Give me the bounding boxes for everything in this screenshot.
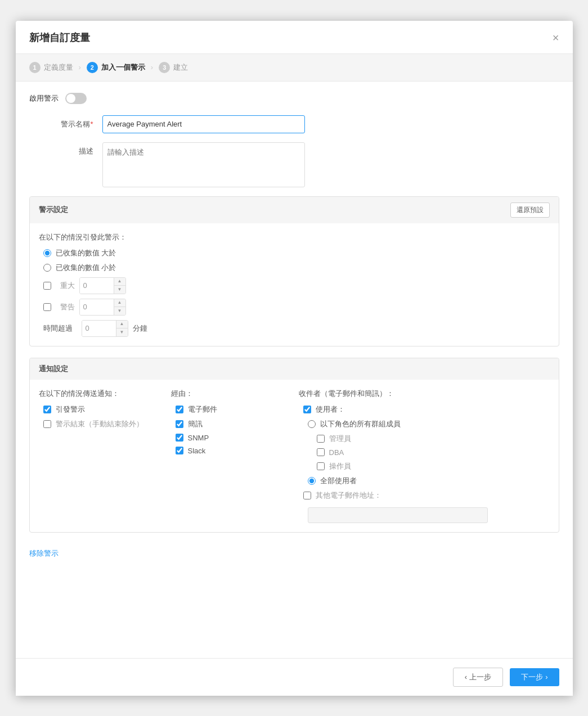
sms-checkbox[interactable] — [176, 420, 183, 428]
next-button[interactable]: 下一步 › — [510, 668, 559, 686]
description-input[interactable] — [102, 142, 305, 187]
modal-footer: ‹ 上一步 下一步 › — [16, 658, 573, 696]
enable-label: 啟用警示 — [29, 93, 59, 103]
step1-label: 定義度量 — [44, 62, 73, 73]
critical-up-btn[interactable]: ▲ — [114, 278, 125, 286]
alert-name-row: 警示名稱* — [29, 115, 559, 133]
radio-lt-label: 已收集的數值 小於 — [56, 263, 116, 273]
other-email-row: 其他電子郵件地址： — [303, 490, 545, 501]
enable-toggle[interactable] — [65, 93, 87, 104]
email-checkbox[interactable] — [176, 406, 183, 413]
trigger-label: 在以下的情況引發此警示： — [39, 232, 550, 242]
description-row: 描述 — [29, 142, 559, 187]
breadcrumb-arrow2: › — [151, 63, 153, 71]
users-checkbox[interactable] — [303, 406, 311, 413]
other-email-checkbox[interactable] — [303, 492, 311, 499]
users-row: 使用者： — [303, 404, 545, 415]
critical-label: 重大 — [60, 281, 75, 291]
description-label: 描述 — [29, 142, 102, 156]
role-members-row: 以下角色的所有群組成員 — [308, 419, 545, 429]
alert-settings-section: 警示設定 還原預設 在以下的情況引發此警示： 已收集的數值 大於 已收集的數值 … — [29, 196, 559, 346]
time-label: 時間超過 — [43, 323, 73, 334]
other-email-input-row — [308, 505, 545, 523]
sms-label: 簡訊 — [188, 419, 203, 429]
next-arrow-icon: › — [545, 673, 547, 681]
slack-label: Slack — [188, 447, 206, 455]
operator-row: 操作員 — [317, 461, 545, 471]
notify-settings-body: 在以下的情況傳送通知： 引發警示 警示結束（手動結束除外） — [30, 380, 559, 532]
other-email-label: 其他電子郵件地址： — [316, 490, 381, 501]
all-users-row: 全部使用者 — [308, 476, 545, 486]
radio-lt[interactable] — [43, 264, 51, 272]
admin-label: 管理員 — [329, 434, 351, 444]
radio-gt-label: 已收集的數值 大於 — [56, 248, 116, 258]
alert-end-row: 警示結束（手動結束除外） — [43, 419, 162, 429]
slack-checkbox[interactable] — [176, 447, 183, 454]
modal-header: 新增自訂度量 × — [16, 21, 573, 54]
all-users-radio[interactable] — [308, 477, 316, 485]
other-email-input[interactable] — [308, 507, 488, 523]
critical-input-wrapper: ▲ ▼ — [79, 277, 126, 294]
slack-row: Slack — [176, 447, 290, 455]
time-down-btn[interactable]: ▼ — [116, 328, 128, 336]
breadcrumb-step2: 2 加入一個警示 — [87, 62, 145, 73]
dba-checkbox[interactable] — [317, 448, 325, 456]
warning-value-input[interactable] — [80, 299, 114, 315]
users-label: 使用者： — [316, 404, 345, 415]
role-members-radio[interactable] — [308, 420, 316, 428]
radio-lt-row: 已收集的數值 小於 — [43, 263, 550, 273]
snmp-row: SNMP — [176, 434, 290, 442]
trigger-alert-checkbox[interactable] — [43, 406, 51, 413]
breadcrumb-arrow1: › — [79, 63, 81, 71]
admin-checkbox[interactable] — [317, 435, 325, 443]
breadcrumb: 1 定義度量 › 2 加入一個警示 › 3 建立 — [16, 54, 573, 82]
remove-alert-link[interactable]: 移除警示 — [29, 548, 59, 559]
warning-down-btn[interactable]: ▼ — [114, 307, 125, 315]
warning-up-btn[interactable]: ▲ — [114, 299, 125, 307]
snmp-checkbox[interactable] — [176, 434, 183, 442]
prev-button[interactable]: ‹ 上一步 — [453, 668, 503, 687]
restore-defaults-button[interactable]: 還原預設 — [510, 202, 550, 218]
radio-gt-row: 已收集的數值 大於 — [43, 248, 550, 258]
time-unit-label: 分鐘 — [133, 323, 147, 334]
notify-conditions-col: 在以下的情況傳送通知： 引發警示 警示結束（手動結束除外） — [39, 389, 167, 523]
alert-settings-body: 在以下的情況引發此警示： 已收集的數值 大於 已收集的數值 小於 重大 — [30, 223, 559, 346]
snmp-label: SNMP — [188, 434, 209, 442]
notify-via-col: 經由： 電子郵件 簡訊 SNMP — [167, 389, 294, 523]
prev-arrow-icon: ‹ — [465, 673, 467, 681]
trigger-alert-row: 引發警示 — [43, 404, 162, 415]
modal-body: 啟用警示 警示名稱* 描述 警示設定 還原預設 在以下的情況引發此警示： — [16, 82, 573, 658]
breadcrumb-step1: 1 定義度量 — [29, 62, 73, 73]
prev-button-label: 上一步 — [469, 672, 491, 682]
time-up-btn[interactable]: ▲ — [116, 321, 128, 328]
warning-input-wrapper: ▲ ▼ — [79, 299, 126, 316]
role-members-label: 以下角色的所有群組成員 — [320, 419, 401, 429]
next-button-label: 下一步 — [521, 672, 543, 682]
alert-end-checkbox[interactable] — [43, 420, 51, 428]
alert-name-label: 警示名稱* — [29, 115, 102, 129]
critical-checkbox[interactable] — [43, 282, 51, 290]
trigger-alert-label: 引發警示 — [56, 404, 85, 415]
radio-gt[interactable] — [43, 249, 51, 257]
notify-recipients-col: 收件者（電子郵件和簡訊）： 使用者： 以下角色的所有群組成員 — [294, 389, 550, 523]
close-button[interactable]: × — [553, 32, 559, 43]
notify-settings-title: 通知設定 — [39, 364, 68, 374]
step3-number: 3 — [159, 62, 170, 73]
admin-row: 管理員 — [317, 434, 545, 444]
via-header: 經由： — [171, 389, 290, 399]
warning-row: 警告 ▲ ▼ — [43, 299, 550, 316]
time-value-input[interactable] — [82, 321, 116, 336]
time-spinners: ▲ ▼ — [116, 321, 128, 336]
critical-value-input[interactable] — [80, 278, 114, 294]
alert-name-input[interactable] — [102, 115, 305, 133]
warning-checkbox[interactable] — [43, 303, 51, 311]
alert-end-label: 警示結束（手動結束除外） — [56, 419, 143, 429]
step2-label: 加入一個警示 — [101, 62, 145, 73]
step3-label: 建立 — [173, 62, 188, 73]
time-input-wrapper: ▲ ▼ — [82, 320, 128, 337]
all-users-label: 全部使用者 — [320, 476, 357, 486]
critical-down-btn[interactable]: ▼ — [114, 286, 125, 294]
operator-checkbox[interactable] — [317, 462, 325, 470]
modal-container: 新增自訂度量 × 1 定義度量 › 2 加入一個警示 › 3 建立 啟用警示 警… — [16, 21, 573, 696]
alert-settings-header: 警示設定 還原預設 — [30, 197, 559, 223]
